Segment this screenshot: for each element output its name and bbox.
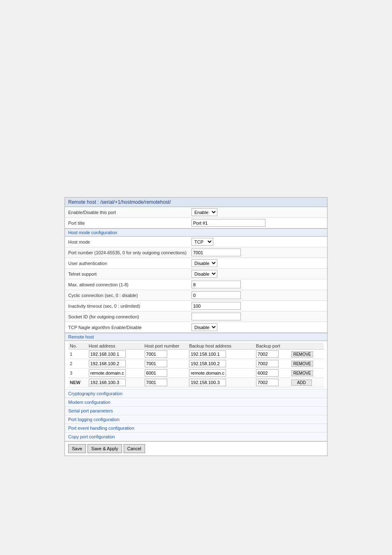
port-number-label: Port number (1024-65535, 0 for only outg… [68,250,191,255]
row-2-port [143,359,188,368]
cyclic-conn-input[interactable] [191,291,241,299]
row-1-host-input[interactable] [89,350,126,358]
telnet-field: Disable Enable [191,270,324,278]
host-mode-select[interactable]: TCP UDP None [191,238,213,246]
cyclic-conn-label: Cyclic connection (sec, 0 : disable) [68,293,191,298]
copy-port-section[interactable]: Copy port configuration [65,433,327,441]
socket-id-field [191,313,324,320]
remote-host-label: Remote host [68,334,94,339]
row-1-no: 1 [68,350,87,359]
cryptography-section[interactable]: Cryptography configuration [65,389,327,398]
socket-id-label: Socket ID (for outgoing connection) [68,314,191,319]
remote-host-table: No. Host address Host port number Backup… [68,343,324,387]
serial-port-section[interactable]: Serial port parameters [65,407,327,415]
new-backup-port-input[interactable] [256,379,279,386]
row-1-action: REMOVE [290,350,324,359]
row-3-remove-button[interactable]: REMOVE [291,370,313,376]
row-2-no: 2 [68,359,87,368]
row-1-backup-port [254,350,290,359]
new-row-host [87,378,143,387]
max-conn-input[interactable] [191,281,241,288]
button-bar: Save Save & Apply Cancel [65,441,327,456]
max-conn-row: Max. allowed connection (1-8) [65,279,327,290]
save-apply-button[interactable]: Save & Apply [88,444,122,453]
tcp-nagle-select[interactable]: Disable Enable [191,323,217,331]
row-2-remove-button[interactable]: REMOVE [291,361,313,367]
port-number-row: Port number (1024-65535, 0 for only outg… [65,247,327,258]
port-title-input[interactable] [191,219,265,227]
tcp-nagle-row: TCP Nagle algorithm Enable/Disable Disab… [65,322,327,333]
row-1-remove-button[interactable]: REMOVE [291,351,313,357]
enable-row: Enable/Disable this port Enable Disable [65,207,327,218]
new-row-backup-port [254,378,290,387]
row-3-backup-port-input[interactable] [256,369,279,377]
row-3-host-input[interactable] [89,369,126,377]
form-container: Remote host : /serial/+1/hostmode/remote… [65,197,327,456]
new-row-backup-host [187,378,254,387]
inactivity-label: Inactivity timeout (sec, 0 : unlimited) [68,304,191,309]
port-title-label: Port title [68,221,191,226]
user-auth-label: User authentication [68,261,191,266]
row-1-backup-port-input[interactable] [256,350,279,358]
row-1-backup-host [187,350,254,359]
max-conn-label: Max. allowed connection (1-8) [68,282,191,287]
table-row: 2 REMOVE [68,359,324,368]
row-2-backup-port-input[interactable] [256,360,279,367]
port-logging-section[interactable]: Port logging configuration [65,415,327,424]
row-2-port-input[interactable] [145,360,167,367]
new-port-input[interactable] [145,379,167,386]
row-3-backup-host [187,368,254,378]
row-3-action: REMOVE [290,368,324,378]
row-2-backup-host-input[interactable] [189,360,226,367]
col-no: No. [68,343,87,350]
telnet-label: Telnet support [68,272,191,276]
col-backup-host: Backup host address [187,343,254,350]
col-action [290,343,324,350]
row-3-backup-host-input[interactable] [189,369,226,377]
user-auth-select[interactable]: Disable Enable [191,259,217,267]
row-2-host-input[interactable] [89,360,126,367]
row-2-host [87,359,143,368]
new-host-input[interactable] [89,379,126,386]
row-3-port-input[interactable] [145,369,167,377]
new-row-action: ADD [290,378,324,387]
row-1-port [143,350,188,359]
table-row: 1 REMOVE [68,350,324,359]
cyclic-conn-field [191,291,324,299]
tcp-nagle-label: TCP Nagle algorithm Enable/Disable [68,325,191,330]
enable-label: Enable/Disable this port [68,210,191,215]
new-row-port [143,378,188,387]
row-3-port [143,368,188,378]
cancel-button[interactable]: Cancel [124,444,145,453]
row-1-backup-host-input[interactable] [189,350,226,358]
section-title: Remote host : /serial/+1/hostmode/remote… [68,199,171,205]
inactivity-input[interactable] [191,302,241,310]
row-1-port-input[interactable] [145,350,167,358]
port-event-section[interactable]: Port event handling configuration [65,424,327,433]
host-mode-config-header: Host mode configuration [65,228,327,237]
socket-id-row: Socket ID (for outgoing connection) [65,311,327,322]
new-row-label: NEW [68,378,87,387]
inactivity-field [191,302,324,310]
host-mode-field: TCP UDP None [191,238,324,246]
save-button[interactable]: Save [68,444,86,453]
row-2-backup-host [187,359,254,368]
tcp-nagle-field: Disable Enable [191,323,324,331]
telnet-select[interactable]: Disable Enable [191,270,217,278]
table-row: 3 REMOVE [68,368,324,378]
port-number-field [191,249,324,256]
new-backup-host-input[interactable] [189,379,226,386]
col-host-port: Host port number [143,343,188,350]
socket-id-input[interactable] [191,313,241,320]
row-3-backup-port [254,368,290,378]
modem-section[interactable]: Modem configuration [65,398,327,407]
inactivity-row: Inactivity timeout (sec, 0 : unlimited) [65,301,327,311]
max-conn-field [191,281,324,288]
port-number-input[interactable] [191,249,241,256]
col-host-address: Host address [87,343,143,350]
user-auth-field: Disable Enable [191,259,324,267]
remote-host-table-wrapper: No. Host address Host port number Backup… [65,341,327,389]
add-button[interactable]: ADD [291,380,312,386]
enable-select[interactable]: Enable Disable [191,208,217,216]
row-1-host [87,350,143,359]
